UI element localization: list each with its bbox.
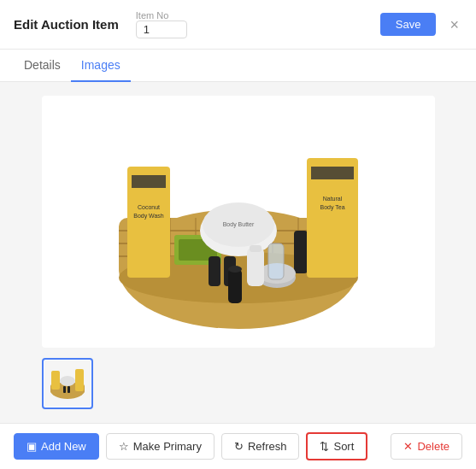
tab-details[interactable]: Details [14, 50, 71, 82]
delete-icon: ✕ [403, 440, 413, 453]
svg-rect-24 [209, 256, 220, 286]
item-no-group: Item No [136, 10, 187, 38]
modal-title: Edit Auction Item [14, 17, 119, 32]
svg-rect-32 [311, 167, 354, 179]
svg-rect-35 [228, 269, 242, 303]
svg-text:Coconut: Coconut [137, 204, 159, 210]
item-no-label: Item No [136, 10, 169, 21]
svg-text:Natural: Natural [322, 196, 342, 202]
sort-icon: ⇅ [320, 440, 329, 453]
svg-rect-39 [268, 243, 284, 279]
svg-point-44 [60, 376, 75, 386]
svg-text:Body Butter: Body Butter [222, 221, 254, 228]
delete-button[interactable]: ✕ Delete [391, 433, 462, 460]
footer-bar: ▣ Add New ☆ Make Primary ↻ Refresh ⇅ Sor… [0, 423, 476, 469]
modal-header: Edit Auction Item Item No Save × [0, 0, 476, 50]
save-button[interactable]: Save [380, 13, 437, 36]
add-new-button[interactable]: ▣ Add New [14, 433, 99, 460]
svg-rect-38 [250, 245, 262, 252]
main-image-container: Coconut Body Wash Body Butter [42, 96, 435, 348]
svg-rect-16 [132, 175, 166, 188]
make-primary-button[interactable]: ☆ Make Primary [106, 433, 214, 460]
svg-rect-26 [294, 231, 308, 273]
svg-rect-43 [51, 371, 60, 390]
svg-point-36 [228, 266, 242, 273]
svg-rect-46 [63, 386, 66, 393]
refresh-button[interactable]: ↻ Refresh [221, 433, 300, 460]
tab-images[interactable]: Images [71, 50, 131, 82]
close-button[interactable]: × [446, 15, 462, 34]
modal-container: Edit Auction Item Item No Save × Details… [0, 0, 476, 469]
main-image: Coconut Body Wash Body Butter [76, 98, 401, 346]
star-icon: ☆ [119, 440, 129, 453]
svg-rect-37 [247, 248, 264, 286]
tabs-bar: Details Images [0, 50, 476, 82]
item-no-input[interactable] [136, 21, 187, 38]
svg-rect-45 [75, 369, 84, 391]
refresh-icon: ↻ [234, 440, 244, 453]
sort-button[interactable]: ⇅ Sort [306, 432, 367, 460]
thumbnail-image-1 [44, 361, 91, 407]
svg-text:Body Wash: Body Wash [133, 213, 164, 220]
add-icon: ▣ [26, 440, 37, 453]
thumbnail-1[interactable] [42, 358, 93, 409]
images-content: Coconut Body Wash Body Butter [0, 82, 476, 423]
svg-text:Body Tea: Body Tea [320, 204, 344, 211]
thumbnail-row [42, 358, 435, 409]
svg-rect-47 [68, 386, 70, 393]
